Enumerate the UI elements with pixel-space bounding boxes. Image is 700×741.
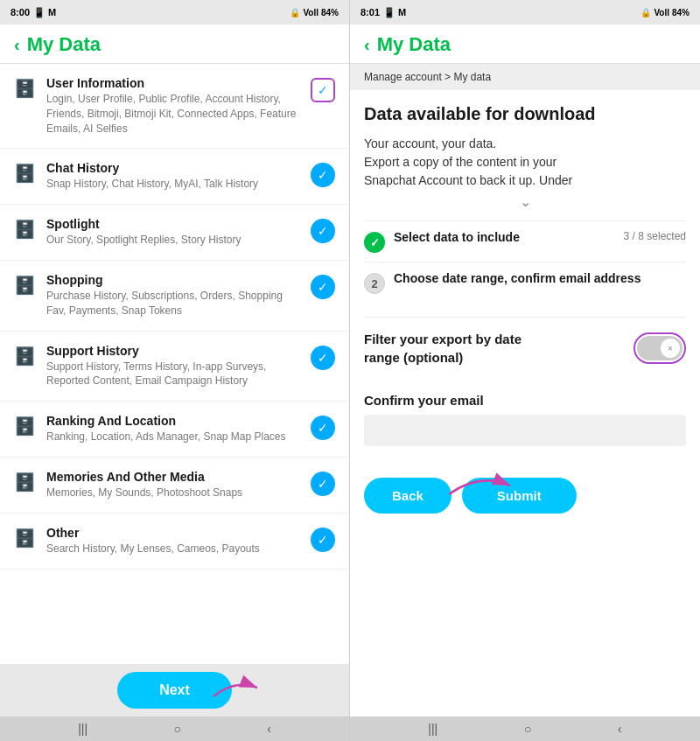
item-checkbox[interactable]: ✓ xyxy=(311,219,335,243)
step-1-count: 3 / 8 selected xyxy=(624,230,686,242)
left-page-title: My Data xyxy=(27,33,101,56)
list-item[interactable]: 🗄️ Shopping Purchase History, Subscripti… xyxy=(0,261,349,332)
toggle-knob: × xyxy=(661,339,680,358)
list-item[interactable]: 🗄️ Ranking And Location Ranking, Locatio… xyxy=(0,402,349,458)
filter-label: Filter your export by date range (option… xyxy=(364,330,539,367)
list-item[interactable]: 🗄️ Support History Support History, Term… xyxy=(0,332,349,402)
gesture-back-icon: ‹ xyxy=(267,722,271,736)
item-subtitle: Memories, My Sounds, Photoshoot Snaps xyxy=(46,486,300,500)
filter-row: Filter your export by date range (option… xyxy=(364,330,686,367)
toggle-container[interactable]: × xyxy=(634,332,686,364)
step-check-icon: ✓ xyxy=(364,232,385,253)
left-gesture-bar: ||| ○ ‹ xyxy=(0,717,349,741)
db-icon: 🗄️ xyxy=(14,219,36,240)
gesture-menu-icon: ||| xyxy=(78,722,88,736)
item-subtitle: Login, User Profile, Public Profile, Acc… xyxy=(46,92,300,136)
date-range-toggle[interactable]: × xyxy=(637,336,682,360)
item-subtitle: Ranking, Location, Ads Manager, Snap Map… xyxy=(46,430,300,444)
item-subtitle: Snap History, Chat History, MyAI, Talk H… xyxy=(46,177,300,192)
item-checkbox[interactable]: ✓ xyxy=(311,528,335,552)
item-subtitle: Our Story, Spotlight Replies, Story Hist… xyxy=(46,233,300,248)
db-icon: 🗄️ xyxy=(14,528,36,549)
item-title: Memories And Other Media xyxy=(46,470,300,484)
action-buttons: Back Submit xyxy=(364,464,686,528)
right-content: Data available for download Your account… xyxy=(350,90,700,717)
list-item[interactable]: 🗄️ User Information Login, User Profile,… xyxy=(0,64,349,149)
bottom-action-bar: Next xyxy=(0,664,349,717)
right-nav-bar: ‹ My Data xyxy=(350,24,700,64)
item-subtitle: Purchase History, Subscriptions, Orders,… xyxy=(46,289,300,318)
db-icon: 🗄️ xyxy=(14,163,36,184)
item-title: User Information xyxy=(46,76,300,90)
item-checkbox[interactable]: ✓ xyxy=(311,346,335,370)
arrow-annotation xyxy=(209,675,262,701)
gesture-menu-icon: ||| xyxy=(428,722,438,736)
db-icon: 🗄️ xyxy=(14,472,36,493)
filter-section: Filter your export by date range (option… xyxy=(364,317,686,379)
item-title: Chat History xyxy=(46,161,300,175)
description-text: Your account, your data.Export a copy of… xyxy=(364,135,686,190)
item-title: Shopping xyxy=(46,273,300,287)
left-status-bar: 8:00 📱 M 🔒 Voll 84% xyxy=(0,0,349,24)
left-nav-bar: ‹ My Data xyxy=(0,24,349,64)
left-back-arrow[interactable]: ‹ xyxy=(14,35,20,55)
step-2-label: Choose date range, confirm email address xyxy=(394,271,686,285)
list-item[interactable]: 🗄️ Chat History Snap History, Chat Histo… xyxy=(0,149,349,205)
item-title: Other xyxy=(46,526,300,540)
arrow-annotation-right xyxy=(444,464,514,499)
right-back-arrow[interactable]: ‹ xyxy=(364,35,370,55)
email-section: Confirm your email xyxy=(364,393,686,446)
list-item[interactable]: 🗄️ Memories And Other Media Memories, My… xyxy=(0,458,349,514)
left-status-time: 8:00 📱 M xyxy=(10,7,56,18)
left-list: 🗄️ User Information Login, User Profile,… xyxy=(0,64,349,664)
gesture-back-icon: ‹ xyxy=(618,722,622,736)
email-label: Confirm your email xyxy=(364,393,686,408)
item-checkbox[interactable]: ✓ xyxy=(311,416,335,440)
item-subtitle: Support History, Terms History, In-app S… xyxy=(46,360,300,389)
gesture-home-icon: ○ xyxy=(524,722,531,736)
item-checkbox[interactable]: ✓ xyxy=(311,163,335,187)
left-phone-panel: 8:00 📱 M 🔒 Voll 84% ‹ My Data 🗄️ User In… xyxy=(0,0,350,741)
email-input-field[interactable] xyxy=(364,415,686,446)
breadcrumb: Manage account > My data xyxy=(350,64,700,90)
db-icon: 🗄️ xyxy=(14,275,36,296)
list-item[interactable]: 🗄️ Other Search History, My Lenses, Came… xyxy=(0,514,349,570)
step-number-icon: 2 xyxy=(364,273,385,294)
item-checkbox[interactable]: ✓ xyxy=(311,275,335,299)
step-2-row[interactable]: 2 Choose date range, confirm email addre… xyxy=(364,262,686,303)
item-checkbox[interactable]: ✓ xyxy=(311,78,335,102)
right-phone-panel: 8:01 📱 M 🔒 Voll 84% ‹ My Data Manage acc… xyxy=(350,0,700,741)
db-icon: 🗄️ xyxy=(14,416,36,437)
item-subtitle: Search History, My Lenses, Cameos, Payou… xyxy=(46,542,300,556)
db-icon: 🗄️ xyxy=(14,346,36,367)
item-title: Ranking And Location xyxy=(46,414,300,428)
step-1-label: Select data to include xyxy=(394,230,615,244)
right-page-title: My Data xyxy=(377,33,451,56)
step-1-row[interactable]: ✓ Select data to include 3 / 8 selected xyxy=(364,220,686,262)
right-status-bar: 8:01 📱 M 🔒 Voll 84% xyxy=(350,0,700,24)
back-button[interactable]: Back xyxy=(364,478,452,514)
item-title: Spotlight xyxy=(46,217,300,231)
section-title: Data available for download xyxy=(364,104,686,124)
chevron-down-icon[interactable]: ⌄ xyxy=(364,193,686,210)
db-icon: 🗄️ xyxy=(14,78,36,99)
list-item[interactable]: 🗄️ Spotlight Our Story, Spotlight Replie… xyxy=(0,205,349,261)
item-title: Support History xyxy=(46,344,300,358)
gesture-home-icon: ○ xyxy=(173,722,180,736)
item-checkbox[interactable]: ✓ xyxy=(311,472,335,496)
right-gesture-bar: ||| ○ ‹ xyxy=(350,717,700,741)
